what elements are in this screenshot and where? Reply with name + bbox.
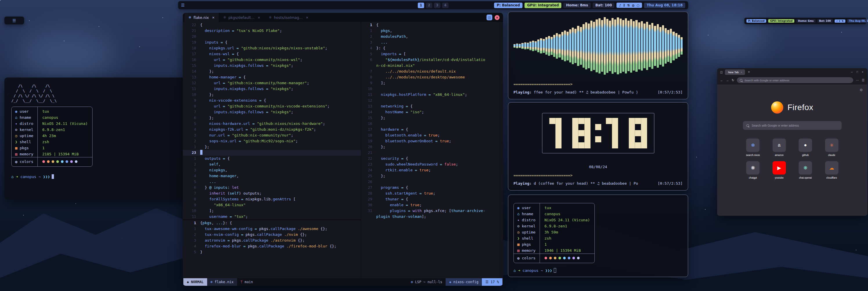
terminal-clock[interactable]: 08/08/24 =========================> Play… — [508, 102, 688, 191]
shortcut-label: cloudflare — [826, 176, 837, 179]
tab-close-icon[interactable]: × — [212, 16, 215, 20]
buffer-close-button[interactable]: × — [495, 15, 500, 20]
clock-cell — [595, 136, 601, 142]
code-line: 7 inputs.nixpkgs.follows = "nixpkgs"; — [183, 109, 361, 115]
buffer-iso-config-nix[interactable]: 1{1 pkgs,2 modulesPath,3 ...4}: {5 impor… — [361, 22, 503, 278]
browser-tab-new-tab[interactable]: New Tab × — [725, 69, 745, 75]
shortcut-chatgpt[interactable]: ❋chatgpt — [746, 161, 760, 179]
module-power-profile[interactable]: P: Balanced — [746, 19, 766, 23]
shortcut-glyph: ❋ — [803, 165, 807, 171]
workspace-1[interactable]: 1 — [418, 3, 424, 8]
clock-cell — [618, 142, 624, 148]
network-icon[interactable]: ⇅ — [627, 3, 630, 7]
menu-icon[interactable]: ☰ — [12, 18, 16, 23]
module-ping[interactable]: Home: 6ms — [796, 19, 815, 23]
firefox-view-icon[interactable]: ◫ — [720, 70, 723, 74]
reload-button[interactable]: ↻ — [732, 79, 734, 82]
tab-close-icon[interactable]: × — [741, 71, 742, 74]
code-token: ../../modules/nixos/desktop/awesome — [385, 75, 465, 79]
terminal-music-visualizer[interactable]: =========================> Playing: ffee… — [508, 11, 688, 99]
code-token — [230, 185, 232, 190]
workspace-2[interactable]: 2 — [426, 3, 432, 8]
new-tab-button[interactable]: + — [748, 70, 750, 74]
fetch-value-uptime: 3h 59m — [540, 229, 595, 235]
tab-close-icon[interactable]: × — [306, 16, 308, 20]
volume-icon[interactable]: ♪ — [619, 3, 621, 7]
shortcut-claude[interactable]: ✳claude — [825, 139, 838, 156]
clock-module[interactable]: Thu Aug 08, 18:18 — [847, 19, 868, 23]
shortcut-github[interactable]: ●github — [799, 139, 812, 156]
tab-close-icon[interactable]: × — [258, 16, 260, 20]
module-ping[interactable]: Home: 8ms — [563, 3, 591, 8]
line-number: 23 — [361, 162, 376, 167]
shell-prompt[interactable]: ⌂ ➜ canopus ~ ❯❯❯ — [11, 174, 189, 179]
minimize-button[interactable]: ─ — [851, 70, 852, 74]
code-line: plugin thunar-volman]; — [361, 214, 503, 220]
buffer-flake-nix[interactable]: 22{21 description = "tux's NixOS Flake";… — [183, 22, 361, 220]
neovim-window[interactable]: ❄flake.nix×❄pkgs/default...×❄hosts/isoIm… — [183, 13, 503, 286]
shortcut-search-nixos[interactable]: ❄search.nixos — [746, 139, 760, 156]
power-icon[interactable]: ○ — [637, 3, 640, 7]
cava-bar — [527, 43, 529, 49]
workspace-3[interactable]: 3 — [434, 3, 440, 8]
code-line: 20 }; — [361, 144, 503, 150]
editor-tab-flake-nix[interactable]: ❄flake.nix× — [185, 13, 219, 22]
clock-module[interactable]: Thu Aug 08, 18:18 — [644, 3, 685, 8]
sidebar-toggle-button[interactable]: ◫ — [487, 14, 492, 20]
shortcut-amazon[interactable]: aamazon — [773, 139, 786, 156]
statusline-project-text: nixos-config — [454, 280, 479, 284]
newtab-search-bar[interactable]: Search with Google or enter address — [743, 121, 842, 130]
code-line: 22 security = { — [361, 156, 503, 162]
terminal-fetch-right[interactable]: ◉usertux⌂hnamecanopus✦distroNixOS 24.11 … — [508, 195, 688, 277]
fetch-value-shell: zsh — [540, 235, 595, 241]
code-text: }; — [200, 92, 361, 97]
wallpaper-stars — [0, 0, 1, 1]
buffer-pkgs-default-nix[interactable]: 1{pkgs, ...}: {1 tux-awesome-wm-config =… — [183, 220, 361, 278]
clock-cell — [612, 136, 618, 142]
bluetooth-icon[interactable]: ᛒ — [839, 20, 840, 22]
address-bar[interactable]: Search with Google or enter address — [737, 77, 853, 83]
module-gpu[interactable]: GPU: Integrated — [768, 19, 794, 23]
back-button[interactable]: ← — [720, 79, 723, 82]
shortcut-chat-openai[interactable]: ❋chat.openai — [799, 161, 812, 179]
clock-cell — [555, 130, 561, 136]
code-token — [200, 75, 209, 79]
module-battery[interactable]: Bat: 100 — [817, 19, 833, 23]
shortcut-glyph: a — [778, 142, 780, 148]
personalize-gear-icon[interactable]: ⚙ — [860, 88, 863, 92]
forward-button[interactable]: → — [726, 79, 729, 82]
editor-tab-hosts-isoImag-[interactable]: ❄hosts/isoImag...× — [265, 13, 312, 22]
code-text: programs = { — [376, 185, 503, 191]
menu-icon[interactable]: ☰ — [181, 3, 185, 7]
volume-icon[interactable]: ♪ — [836, 20, 838, 22]
prompt-segment: ~ — [541, 268, 546, 273]
editor-tab-pkgs-default-[interactable]: ❄pkgs/default...× — [219, 13, 264, 22]
app-menu-icon[interactable]: ☰ — [862, 79, 865, 82]
shell-prompt[interactable]: ⌂ ➜ canopus ~ ❯❯❯ — [514, 268, 556, 273]
maximize-button[interactable]: □ — [857, 70, 858, 74]
fetch-value-memory: 1946 | 15394 MiB — [540, 248, 595, 254]
module-power-profile[interactable]: P: Balanced — [494, 3, 523, 8]
code-token: bluetooth.powerOnBoot — [385, 139, 433, 143]
terminal-fetch-left[interactable]: /\ /\ /\ / \ / \ / \ / /\ \/ /\ \/ /\ \ … — [4, 78, 196, 200]
close-button[interactable]: × — [862, 70, 863, 74]
module-battery[interactable]: Bat: 100 — [593, 3, 615, 8]
notifications-icon[interactable]: ◍ — [632, 3, 635, 7]
code-line: 8 forAllSystems = nixpkgs.lib.genAttrs [ — [183, 196, 361, 202]
code-token: tux-nvim-config — [205, 232, 239, 237]
code-token: { — [200, 23, 203, 27]
fetch-value-kernel: 6.9.8-zen1 — [38, 127, 93, 133]
code-token — [200, 52, 209, 56]
bluetooth-icon[interactable]: ᛒ — [623, 3, 625, 7]
more-tools-icon[interactable]: ⋯ — [856, 79, 859, 82]
editor-tabbar: ❄flake.nix×❄pkgs/default...×❄hosts/isoIm… — [183, 13, 503, 22]
network-icon[interactable]: ⇅ — [842, 20, 844, 22]
code-text: }; — [200, 115, 361, 121]
code-text: enable = true; — [376, 202, 503, 208]
shortcut-cloudflare[interactable]: ☁cloudflare — [825, 161, 838, 179]
code-token: = — [241, 244, 248, 248]
workspace-4[interactable]: 4 — [442, 3, 448, 8]
firefox-window[interactable]: ◫ New Tab × + ─ □ × ← → ↻ Search with Go… — [717, 68, 867, 216]
module-gpu[interactable]: GPU: Integrated — [525, 3, 561, 8]
shortcut-youtube[interactable]: ▶youtube — [773, 161, 786, 179]
